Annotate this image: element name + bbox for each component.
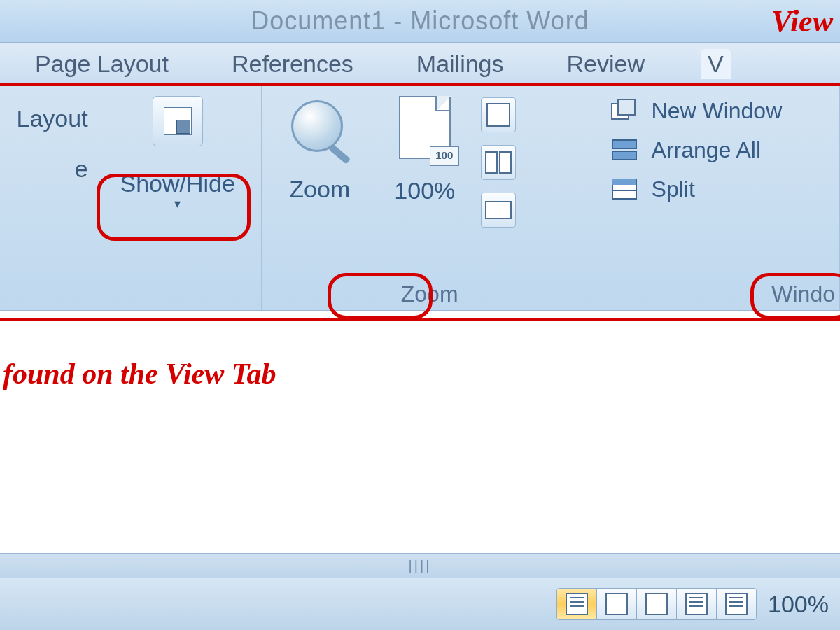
view-mode-buttons [556, 588, 757, 620]
draft-icon [725, 593, 748, 615]
magnifier-icon [288, 99, 351, 162]
group-views-fragment: Layout e [0, 86, 94, 310]
annotation-caption: found on the View Tab [3, 357, 276, 391]
tab-review[interactable]: Review [560, 49, 652, 79]
split-icon [608, 176, 640, 202]
new-window-button[interactable]: New Window [608, 97, 834, 124]
show-hide-button[interactable] [153, 96, 203, 146]
svg-rect-1 [618, 99, 635, 115]
svg-rect-5 [612, 179, 636, 185]
group-zoom: Zoom 100 100% Zoom [262, 86, 598, 310]
annotation-ribbon-underline [0, 318, 840, 321]
svg-rect-3 [612, 151, 636, 160]
arrange-all-label: Arrange All [652, 137, 762, 163]
annotation-view-label: View [771, 4, 833, 39]
zoom-level-text[interactable]: 100% [768, 591, 829, 618]
tab-references[interactable]: References [225, 49, 360, 79]
fragment-outline[interactable]: e [0, 144, 88, 194]
show-hide-label[interactable]: Show/Hide [120, 170, 234, 197]
outline-icon [685, 593, 708, 615]
group-label-window: Windo [598, 281, 839, 307]
new-window-label: New Window [652, 98, 783, 124]
tab-page-layout[interactable]: Page Layout [28, 49, 176, 79]
zoom-group-row: Zoom 100 100% [267, 93, 592, 286]
page-width-button[interactable] [481, 192, 516, 227]
split-button[interactable]: Split [608, 176, 834, 202]
window-items: New Window Arrange All Split [604, 93, 834, 202]
view-web-layout-button[interactable] [636, 589, 676, 620]
group-show-hide: Show/Hide ▾ [94, 86, 262, 310]
ribbon: Layout e Show/Hide ▾ Zoom [0, 86, 840, 312]
page-100-icon: 100 [393, 96, 456, 163]
zoom-small-buttons [477, 93, 519, 286]
two-pages-button[interactable] [481, 145, 516, 180]
print-layout-icon [566, 593, 588, 615]
view-outline-button[interactable] [676, 589, 716, 620]
zoom-100-label: 100% [394, 177, 455, 204]
window-title: Document1 - Microsoft Word [251, 6, 589, 36]
scroll-thumb-grip[interactable]: |||| [402, 558, 438, 575]
ribbon-tab-row: Page Layout References Mailings Review V [0, 43, 840, 86]
show-hide-icon [164, 107, 192, 135]
group-label-zoom: Zoom [262, 281, 598, 307]
app-window: { "title": "Document1 - Microsoft Word",… [0, 0, 840, 630]
svg-rect-2 [612, 140, 636, 148]
group-window: New Window Arrange All Split Windo [598, 86, 840, 310]
zoom-button-label: Zoom [289, 176, 350, 203]
view-draft-button[interactable] [716, 589, 756, 620]
tab-mailings[interactable]: Mailings [410, 49, 511, 79]
horizontal-scrollbar[interactable]: |||| [0, 553, 840, 580]
page-100-stamp: 100 [430, 146, 459, 166]
arrange-all-button[interactable]: Arrange All [608, 136, 834, 163]
show-hide-dropdown-icon[interactable]: ▾ [174, 196, 181, 211]
title-bar: Document1 - Microsoft Word [0, 0, 840, 43]
view-full-screen-button[interactable] [596, 589, 636, 620]
fragment-layout[interactable]: Layout [0, 93, 88, 144]
tab-view[interactable]: V [701, 49, 731, 79]
zoom-button[interactable]: Zoom [267, 93, 372, 286]
status-bar: 100% [0, 578, 840, 630]
new-window-icon [608, 97, 640, 124]
web-layout-icon [645, 593, 668, 615]
view-print-layout-button[interactable] [557, 589, 596, 620]
zoom-100-button[interactable]: 100 100% [372, 93, 477, 286]
split-label: Split [652, 176, 695, 202]
full-screen-icon [606, 593, 628, 615]
one-page-button[interactable] [481, 97, 516, 132]
arrange-all-icon [608, 136, 640, 163]
